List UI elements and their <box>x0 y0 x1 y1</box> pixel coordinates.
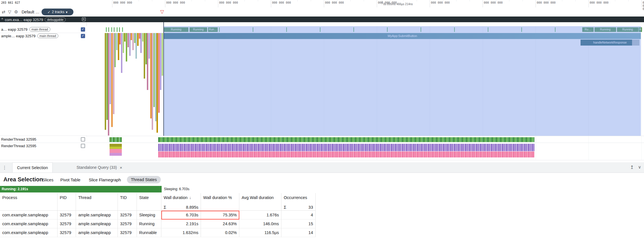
timeline-canvas[interactable]: RunningRunningRun…Ru…RunningRunningR MyA… <box>0 22 644 160</box>
table-row[interactable]: com.example.sampleapp32579ample.sampleap… <box>0 211 316 220</box>
ruler-tick <box>112 0 112 7</box>
filter-icon[interactable]: ▽ <box>8 9 11 15</box>
column-header-wall-duration-[interactable]: Wall duration % <box>201 193 239 204</box>
area-selection-overlay[interactable] <box>164 26 641 136</box>
workspace-selector[interactable]: Default … <box>22 10 39 14</box>
track-row-renderthread-1[interactable]: RenderThread 32595 <box>0 136 87 143</box>
renderthread2-slices-cluster[interactable] <box>110 144 122 156</box>
flame-slice <box>121 33 122 73</box>
ruler-tick-label: 000 000 000 <box>590 1 608 4</box>
ruler-tick-label: 000 000 000 <box>325 1 344 4</box>
table-cell: 146.0ms <box>239 220 281 228</box>
column-header-thread[interactable]: Thread <box>76 193 118 204</box>
tab-label: Current Selection <box>17 165 48 170</box>
column-header-avg-wall-duration[interactable]: Avg Wall duration <box>239 193 281 204</box>
tab-thread-states[interactable]: Thread States <box>127 176 161 183</box>
renderthread2-slices-purple[interactable] <box>158 144 534 151</box>
process-group-title: com.exa… eapp 32579debuggable <box>5 17 66 22</box>
collapse-caret-icon[interactable]: ^ <box>1 17 3 21</box>
tab-slice-flamegraph[interactable]: Slice Flamegraph <box>89 178 121 182</box>
track-checkbox[interactable] <box>81 144 85 148</box>
table-cell: Sleeping <box>137 211 161 220</box>
column-header-state[interactable]: State <box>137 193 161 204</box>
flame-slice <box>144 33 145 79</box>
track-row-main-thread-2[interactable]: ample… eapp 32579main thread <box>0 33 87 136</box>
flame-slice <box>137 33 139 46</box>
ruler-tick <box>536 0 536 7</box>
dock-panel-icon[interactable]: ↥ <box>630 165 634 170</box>
flame-slice <box>113 33 114 114</box>
track-checkbox[interactable] <box>81 34 85 38</box>
ruler-tick-label: 000 000 000 <box>219 1 238 4</box>
running-summary-segment[interactable]: Running: 2.191s <box>0 186 162 192</box>
ruler-minor-tick <box>443 0 443 1</box>
flame-slice <box>108 33 109 136</box>
renderthread-slices-band[interactable] <box>158 137 534 142</box>
track-divider <box>0 143 644 143</box>
close-icon[interactable]: × <box>120 165 122 170</box>
renderthread-slices-cluster[interactable] <box>110 137 122 142</box>
tab-slices[interactable]: Slices <box>42 178 54 182</box>
ruler-minor-tick <box>125 0 126 1</box>
flame-slice <box>158 33 160 113</box>
column-header-process[interactable]: Process <box>0 193 57 204</box>
ruler-minor-tick <box>575 0 576 1</box>
flame-slice <box>105 33 106 130</box>
collapse-panel-icon[interactable]: ∨ <box>638 165 641 170</box>
sigma-symbol: Σ <box>284 204 286 210</box>
overflow-menu-icon[interactable]: ⋮ <box>2 165 7 170</box>
column-header-label: Avg Wall duration <box>242 195 274 200</box>
table-cell: Runnable <box>137 228 161 237</box>
column-header-label: Wall duration % <box>203 195 232 200</box>
table-cell: com.example.sampleapp <box>0 211 57 220</box>
table-cell: 15 <box>281 220 316 228</box>
ruler-minor-tick <box>615 0 615 1</box>
ruler-minor-tick <box>231 0 232 1</box>
flame-slice <box>110 33 111 104</box>
group-indeterminate-checkbox[interactable] <box>82 17 86 21</box>
tab-standalone-query[interactable]: Standalone Query (33)× <box>72 162 127 173</box>
marker-flag-icon[interactable]: ▽ <box>160 9 164 14</box>
tab-pivot-table[interactable]: Pivot Table <box>60 178 81 182</box>
settings-icon[interactable]: ⚙ <box>14 9 18 15</box>
ruler-minor-tick <box>403 0 404 1</box>
process-group-header[interactable]: ^ com.exa… eapp 32579debuggable <box>0 17 644 22</box>
table-row[interactable]: com.example.sampleapp32579ample.sampleap… <box>0 220 316 228</box>
flame-slice <box>153 33 155 107</box>
track-checkbox[interactable] <box>81 27 85 32</box>
flame-slice <box>126 33 127 61</box>
track-checkbox[interactable] <box>81 137 85 142</box>
totals-cell <box>76 204 118 211</box>
track-row-main-thread-1[interactable]: a… eapp 32579main thread <box>0 26 87 33</box>
ruler-minor-tick <box>258 0 258 1</box>
table-cell: 32579 <box>118 211 137 220</box>
table-cell: 4 <box>281 211 316 220</box>
marker-vertical-line[interactable] <box>163 17 164 136</box>
track-divider <box>0 136 644 136</box>
column-header-tid[interactable]: TID <box>118 193 137 204</box>
flow-arrows-icon[interactable]: ⇄ <box>2 9 5 15</box>
timeline-ruler[interactable]: 203 661 027 000 000 000000 000 000000 00… <box>0 0 644 7</box>
column-header-occurrences[interactable]: Occurrences <box>281 193 316 204</box>
ruler-tick-label: 000 000 000 <box>166 1 185 4</box>
track-label: RenderThread 32595 <box>1 137 36 142</box>
ruler-tick-label: 000 000 000 <box>431 1 450 4</box>
table-cell: 14 <box>281 228 316 237</box>
running-slices-cluster[interactable] <box>106 27 123 32</box>
track-row-renderthread-2[interactable]: RenderThread 32595 <box>0 143 87 160</box>
ruler-minor-tick <box>350 0 351 1</box>
column-header-pid[interactable]: PID <box>57 193 76 204</box>
flame-slice <box>150 33 152 118</box>
tab-current-selection[interactable]: Current Selection <box>12 162 53 173</box>
column-header-wall-duration[interactable]: Wall duration↓ <box>161 193 201 204</box>
ruler-minor-tick <box>470 0 470 1</box>
flame-slice <box>142 33 143 42</box>
renderthread2-slices-pink[interactable] <box>158 151 534 157</box>
ruler-minor-tick <box>549 0 549 1</box>
timeline-gridline <box>641 26 642 160</box>
tracks-count-button[interactable]: ✓ 2 tracks ▾ <box>42 9 73 15</box>
table-cell: 24.63% <box>201 220 239 228</box>
table-row[interactable]: com.example.sampleapp32579ample.sampleap… <box>0 228 316 237</box>
state-summary-bar[interactable]: Running: 2.191s Sleeping: 6.703s <box>0 186 644 192</box>
flame-slice <box>140 33 142 53</box>
